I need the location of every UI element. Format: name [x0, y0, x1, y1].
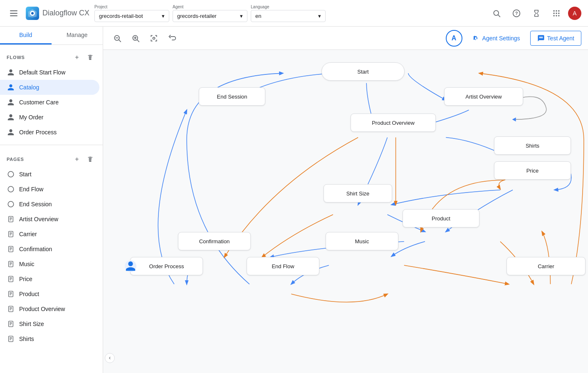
- svg-point-11: [556, 12, 557, 14]
- product-node-label: Product: [432, 215, 450, 222]
- search-icon-btn[interactable]: [488, 5, 505, 22]
- project-dropdown[interactable]: grecords-retail-bot ▾: [94, 10, 169, 22]
- undo-button[interactable]: [165, 31, 180, 46]
- topbar: Dialogflow CX Project grecords-retail-bo…: [0, 0, 588, 27]
- flow-node-price[interactable]: Price: [494, 161, 571, 180]
- sidebar-item-my-order[interactable]: My Order: [0, 110, 99, 125]
- end-flow-page-label: End Flow: [19, 186, 43, 193]
- pages-section: PAGES + Start: [0, 147, 103, 350]
- flow-node-shirt-size[interactable]: Shirt Size: [324, 184, 392, 203]
- shirt-size-label: Shirt Size: [19, 321, 44, 327]
- flow-node-product-overview[interactable]: Product Overview: [351, 114, 436, 132]
- flow-node-confirmation[interactable]: Confirmation: [178, 232, 251, 250]
- flow-node-carrier[interactable]: Carrier: [506, 257, 586, 275]
- sidebar-item-carrier[interactable]: Carrier: [0, 227, 99, 242]
- my-order-label: My Order: [19, 114, 43, 121]
- doc-icon-artist: [7, 215, 15, 223]
- flow-node-end-flow[interactable]: End Flow: [247, 257, 319, 275]
- dialogflow-logo-icon: [26, 7, 39, 20]
- flows-title: FLOWS: [7, 55, 25, 60]
- end-session-circle-icon: [7, 200, 15, 208]
- test-agent-button[interactable]: Test Agent: [530, 31, 581, 46]
- start-page-label: Start: [19, 171, 32, 178]
- tab-manage[interactable]: Manage: [52, 27, 103, 44]
- confirmation-node-label: Confirmation: [199, 238, 230, 245]
- agent-settings-button[interactable]: Agent Settings: [467, 31, 525, 45]
- person-icon: [7, 68, 15, 77]
- delete-page-button[interactable]: [84, 153, 96, 165]
- canvas-toolbar-left: [110, 31, 180, 46]
- pages-header: PAGES +: [0, 150, 103, 167]
- svg-point-2: [31, 12, 34, 15]
- apps-icon-btn[interactable]: [548, 5, 565, 22]
- flow-node-end-session[interactable]: End Session: [199, 87, 265, 106]
- tab-build[interactable]: Build: [0, 27, 52, 44]
- hourglass-icon-btn[interactable]: [528, 5, 545, 22]
- flow-node-order-process[interactable]: Order Process: [130, 257, 203, 275]
- svg-line-61: [137, 40, 139, 42]
- default-start-flow-label: Default Start Flow: [19, 69, 65, 76]
- person-icon-catalog: [7, 83, 15, 91]
- flow-node-music[interactable]: Music: [326, 232, 398, 250]
- zoom-in-button[interactable]: [128, 31, 143, 46]
- add-page-button[interactable]: +: [71, 153, 83, 165]
- sidebar-item-artist-overview[interactable]: Artist Overview: [0, 212, 99, 227]
- delete-flow-button[interactable]: [84, 52, 96, 63]
- sidebar-item-shirts[interactable]: Shirts: [0, 331, 99, 346]
- agent-avatar-icon[interactable]: A: [446, 30, 462, 47]
- sidebar-item-start[interactable]: Start: [0, 167, 99, 182]
- doc-icon-confirmation: [7, 245, 15, 253]
- artist-overview-node-label: Artist Overview: [465, 94, 502, 100]
- sidebar-item-order-process[interactable]: Order Process: [0, 125, 99, 140]
- menu-icon[interactable]: [7, 7, 21, 20]
- carrier-label: Carrier: [19, 231, 37, 237]
- sidebar-item-product-overview[interactable]: Product Overview: [0, 301, 99, 316]
- catalog-label: Catalog: [19, 84, 39, 91]
- sidebar-item-default-start-flow[interactable]: Default Start Flow: [0, 65, 99, 80]
- language-dropdown[interactable]: en ▾: [251, 10, 326, 22]
- agent-dropdown[interactable]: grecords-retailer ▾: [173, 10, 247, 22]
- collapse-sidebar-button[interactable]: [105, 353, 115, 363]
- add-flow-button[interactable]: +: [71, 52, 83, 63]
- artist-overview-label: Artist Overview: [19, 216, 58, 222]
- zoom-out-icon: [113, 34, 121, 42]
- flows-header: FLOWS +: [0, 48, 103, 65]
- help-icon-btn[interactable]: ?: [508, 5, 525, 22]
- agent-dropdown-group: Agent grecords-retailer ▾: [173, 5, 247, 22]
- project-label: Project: [94, 5, 169, 9]
- sidebar-item-shirt-size[interactable]: Shirt Size: [0, 316, 99, 331]
- doc-icon-music: [7, 260, 15, 268]
- flows-section: FLOWS + Default Start Flow: [0, 45, 103, 143]
- sidebar-item-catalog[interactable]: Catalog: [0, 80, 99, 95]
- sidebar-item-price[interactable]: Price: [0, 272, 99, 287]
- svg-line-4: [498, 15, 500, 17]
- undo-icon: [168, 34, 176, 42]
- svg-point-18: [8, 201, 14, 207]
- flow-node-start[interactable]: Start: [321, 62, 405, 81]
- fit-to-screen-button[interactable]: [146, 31, 161, 46]
- flow-node-shirts[interactable]: Shirts: [494, 136, 571, 155]
- flow-node-artist-overview[interactable]: Artist Overview: [444, 87, 523, 106]
- apps-icon: [552, 9, 561, 17]
- order-process-flow-icon: [125, 260, 136, 272]
- topbar-right: ? A: [488, 5, 581, 22]
- avatar[interactable]: A: [568, 7, 581, 20]
- end-session-page-label: End Session: [19, 201, 52, 207]
- zoom-out-button[interactable]: [110, 31, 125, 46]
- svg-point-8: [556, 10, 557, 11]
- flow-node-product[interactable]: Product: [403, 209, 479, 227]
- flow-canvas: Start End Session Artist Overview Produc…: [103, 50, 588, 373]
- agent-value: grecords-retailer: [177, 13, 217, 19]
- sidebar-item-music[interactable]: Music: [0, 257, 99, 272]
- agent-avatar-text: A: [452, 35, 457, 42]
- pages-title: PAGES: [7, 157, 24, 162]
- sidebar-item-end-session[interactable]: End Session: [0, 197, 99, 212]
- app-body: Build Manage FLOWS +: [0, 27, 588, 373]
- sidebar-item-product[interactable]: Product: [0, 287, 99, 301]
- svg-point-15: [558, 15, 559, 16]
- sidebar-item-end-flow[interactable]: End Flow: [0, 182, 99, 197]
- sidebar-item-customer-care[interactable]: Customer Care: [0, 95, 99, 110]
- sidebar-item-confirmation[interactable]: Confirmation: [0, 242, 99, 257]
- shirts-node-label: Shirts: [526, 143, 539, 149]
- trash-icon-pages: [87, 156, 94, 163]
